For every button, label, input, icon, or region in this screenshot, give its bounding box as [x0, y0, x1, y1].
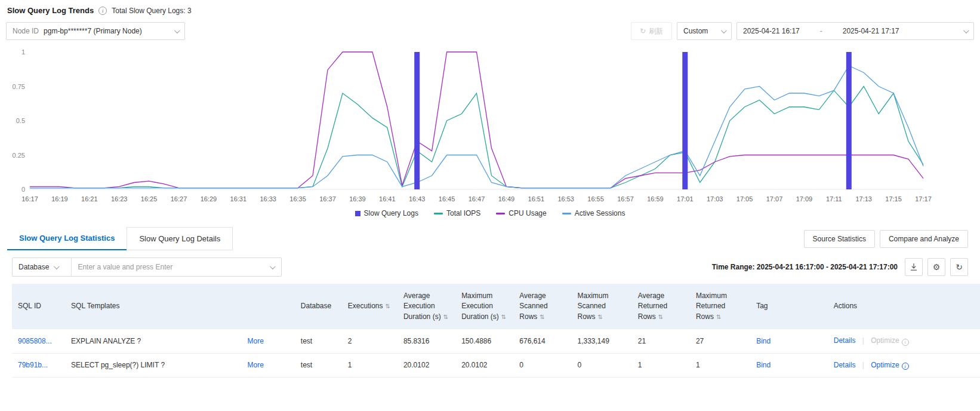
legend-item-slow-query-logs[interactable]: Slow Query Logs [355, 209, 418, 217]
col-actions: Actions [828, 284, 980, 329]
download-icon [910, 263, 918, 271]
refresh-table-button[interactable]: ↻ [950, 258, 968, 276]
sort-icon[interactable]: ⇅ [716, 314, 721, 320]
cell-max-returned-rows: 27 [696, 337, 704, 345]
range-separator: - [820, 27, 822, 35]
source-statistics-button[interactable]: Source Statistics [804, 230, 875, 248]
node-id-select[interactable]: Node ID pgm-bp*******7 (Primary Node) [6, 22, 185, 40]
range-start: 2025-04-21 16:17 [743, 27, 800, 35]
svg-text:16:39: 16:39 [349, 195, 366, 203]
svg-text:16:23: 16:23 [111, 195, 128, 203]
legend-item-total-iops[interactable]: Total IOPS [434, 209, 480, 217]
col-max-scanned-rows: Maximum Scanned Rows⇅ [572, 284, 632, 329]
sort-icon[interactable]: ⇅ [658, 314, 663, 320]
legend-item-cpu-usage[interactable]: CPU Usage [496, 209, 546, 217]
svg-text:16:55: 16:55 [587, 195, 604, 203]
svg-text:17:03: 17:03 [707, 195, 723, 203]
svg-text:16:37: 16:37 [319, 195, 336, 203]
gear-icon: ⚙ [933, 262, 941, 272]
details-link[interactable]: Details [834, 336, 856, 345]
sort-icon[interactable]: ⇅ [443, 314, 448, 320]
svg-text:0.5: 0.5 [16, 117, 25, 124]
legend-label: CPU Usage [509, 209, 546, 217]
svg-text:17:15: 17:15 [885, 195, 902, 203]
tab-bar: Slow Query Log Statistics Slow Query Log… [6, 227, 974, 250]
bind-tag-link[interactable]: Bind [756, 361, 771, 369]
svg-text:16:43: 16:43 [409, 195, 426, 203]
svg-text:16:51: 16:51 [528, 195, 545, 203]
more-link[interactable]: More [247, 337, 263, 345]
col-avg-scanned-rows: Average Scanned Rows⇅ [513, 284, 571, 329]
trend-chart-svg: 00.250.50.75116:1716:1916:2116:2316:2516… [6, 48, 974, 205]
bind-tag-link[interactable]: Bind [756, 337, 771, 345]
sort-icon[interactable]: ⇅ [598, 314, 603, 320]
col-avg-exec-duration: Average Execution Duration (s)⇅ [397, 284, 455, 329]
chevron-down-icon [721, 27, 727, 33]
tab-slow-query-log-statistics[interactable]: Slow Query Log Statistics [7, 227, 127, 250]
legend-swatch [434, 213, 443, 214]
svg-text:16:41: 16:41 [379, 195, 396, 203]
chevron-down-icon [963, 27, 969, 33]
page-header: Slow Query Log Trends i Total Slow Query… [6, 5, 974, 21]
sort-icon[interactable]: ⇅ [501, 314, 506, 320]
page-title: Slow Query Log Trends [7, 6, 94, 15]
action-divider: | [862, 361, 864, 369]
search-combo: Database [12, 257, 282, 277]
more-link[interactable]: More [247, 361, 263, 369]
range-type-value: Custom [683, 27, 708, 35]
filter-search-input[interactable] [72, 258, 270, 276]
total-slow-query-logs: Total Slow Query Logs: 3 [112, 7, 191, 15]
sql-id-link[interactable]: 9085808... [18, 337, 52, 345]
legend-label: Total IOPS [446, 209, 480, 217]
info-icon: i [902, 339, 909, 346]
cell-database: test [301, 361, 312, 369]
cell-avg-exec-duration: 85.8316 [403, 337, 429, 345]
compare-and-analyze-button[interactable]: Compare and Analyze [880, 230, 968, 248]
cell-avg-returned-rows: 1 [638, 361, 642, 369]
legend-swatch [496, 213, 505, 214]
action-divider: | [862, 336, 864, 345]
node-id-label: Node ID [13, 27, 39, 35]
settings-button[interactable]: ⚙ [927, 258, 945, 276]
download-button[interactable] [905, 258, 923, 276]
chevron-down-icon [174, 27, 180, 33]
filter-bar: Database Time Range: 2025-04-21 16:17:00… [6, 257, 974, 277]
legend-label: Slow Query Logs [364, 209, 418, 217]
svg-text:16:57: 16:57 [617, 195, 634, 203]
cell-max-exec-duration: 20.0102 [461, 361, 487, 369]
date-range-picker[interactable]: 2025-04-21 16:17 - 2025-04-21 17:17 [736, 22, 974, 40]
sql-id-link[interactable]: 79b91b... [18, 361, 48, 369]
details-link[interactable]: Details [834, 361, 856, 369]
legend-item-active-sessions[interactable]: Active Sessions [562, 209, 625, 217]
info-icon[interactable]: i [98, 7, 107, 15]
svg-text:16:25: 16:25 [141, 195, 158, 203]
col-max-exec-duration: Maximum Execution Duration (s)⇅ [455, 284, 513, 329]
sort-icon[interactable]: ⇅ [540, 314, 544, 320]
refresh-button[interactable]: ↻ 刷新 [631, 22, 672, 40]
col-sql-id: SQL ID [12, 284, 65, 329]
trend-chart: 00.250.50.75116:1716:1916:2116:2316:2516… [6, 44, 974, 219]
svg-text:17:01: 17:01 [677, 195, 694, 203]
svg-text:0.75: 0.75 [13, 83, 25, 90]
svg-text:16:49: 16:49 [498, 195, 515, 203]
range-type-select[interactable]: Custom [677, 22, 732, 40]
cell-database: test [301, 337, 312, 345]
svg-text:16:59: 16:59 [647, 195, 664, 203]
svg-text:17:17: 17:17 [915, 195, 932, 203]
svg-text:16:19: 16:19 [51, 195, 68, 203]
col-max-returned-rows: Maximum Returned Rows⇅ [690, 284, 750, 329]
node-id-value: pgm-bp*******7 (Primary Node) [44, 27, 142, 35]
cell-executions: 1 [348, 361, 352, 369]
svg-text:16:29: 16:29 [201, 195, 217, 203]
sort-icon[interactable]: ⇅ [386, 303, 390, 309]
col-executions: Executions⇅ [342, 284, 397, 329]
filter-field-select[interactable]: Database [13, 258, 72, 276]
cell-max-scanned-rows: 1,333,149 [578, 337, 609, 345]
svg-text:1: 1 [21, 48, 25, 56]
optimize-link[interactable]: Optimizei [871, 361, 908, 369]
cell-executions: 2 [348, 337, 352, 345]
legend-swatch [355, 211, 360, 216]
refresh-icon: ↻ [956, 262, 963, 272]
refresh-label: 刷新 [649, 26, 663, 36]
tab-slow-query-log-details[interactable]: Slow Query Log Details [127, 227, 233, 250]
